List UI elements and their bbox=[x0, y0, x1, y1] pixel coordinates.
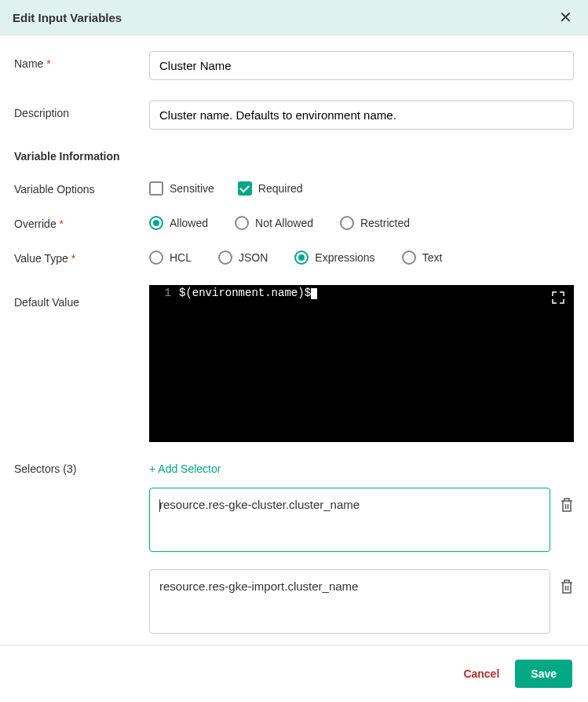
description-row: Description bbox=[14, 101, 574, 130]
radio-icon bbox=[235, 216, 249, 230]
override-label: Override * bbox=[14, 216, 149, 230]
selectors-row: Selectors (3) + Add Selector bbox=[14, 463, 574, 475]
code-content: $(environment.name)$ bbox=[176, 285, 531, 442]
selectors-list: resource.res-gke-cluster.cluster_name re… bbox=[149, 488, 574, 634]
radio-icon bbox=[149, 216, 163, 230]
override-not-allowed-radio[interactable]: Not Allowed bbox=[235, 216, 313, 230]
override-restricted-radio[interactable]: Restricted bbox=[340, 216, 410, 230]
radio-icon bbox=[402, 250, 416, 265]
selector-input[interactable]: resource.res-gke-cluster.cluster_name bbox=[149, 488, 550, 552]
modal-header: Edit Input Variables ✕ bbox=[0, 0, 588, 35]
sensitive-label: Sensitive bbox=[170, 182, 214, 195]
selectors-label: Selectors (3) bbox=[14, 463, 149, 475]
cursor-icon bbox=[311, 288, 317, 299]
line-number: 1 bbox=[149, 285, 176, 442]
selector-item: resource.res-gke-cluster.cluster_name bbox=[149, 488, 574, 552]
radio-icon bbox=[294, 250, 309, 265]
required-checkbox[interactable]: Required bbox=[238, 181, 303, 196]
name-label: Name * bbox=[14, 51, 149, 70]
required-label: Required bbox=[258, 182, 303, 195]
name-input[interactable] bbox=[149, 51, 574, 80]
name-row: Name * bbox=[14, 51, 574, 80]
variable-info-heading: Variable Information bbox=[14, 150, 574, 163]
modal-title: Edit Input Variables bbox=[13, 11, 122, 24]
close-icon[interactable]: ✕ bbox=[556, 9, 575, 25]
radio-icon bbox=[340, 216, 354, 230]
sensitive-checkbox[interactable]: Sensitive bbox=[149, 181, 214, 196]
trash-icon[interactable] bbox=[560, 579, 574, 594]
value-type-hcl-radio[interactable]: HCL bbox=[149, 250, 192, 265]
selector-item: resource.res-gke-import.cluster_name bbox=[149, 569, 574, 634]
description-input[interactable] bbox=[149, 101, 574, 130]
default-value-row: Default Value 1 $(environment.name)$ bbox=[14, 285, 574, 442]
variable-options-label: Variable Options bbox=[14, 181, 149, 196]
radio-icon bbox=[218, 250, 232, 265]
selector-input[interactable]: resource.res-gke-import.cluster_name bbox=[149, 569, 550, 634]
trash-icon[interactable] bbox=[560, 497, 574, 513]
override-allowed-radio[interactable]: Allowed bbox=[149, 216, 208, 230]
modal-footer: Cancel Save bbox=[0, 645, 588, 702]
checkbox-icon bbox=[149, 181, 163, 196]
radio-icon bbox=[149, 250, 163, 265]
checkbox-checked-icon bbox=[238, 181, 252, 196]
value-type-expressions-radio[interactable]: Expressions bbox=[294, 250, 374, 265]
description-label: Description bbox=[14, 101, 149, 119]
value-type-row: Value Type * HCL JSON Expressions Text bbox=[14, 250, 574, 265]
modal-body: Name * Description Variable Information … bbox=[0, 35, 588, 645]
value-type-json-radio[interactable]: JSON bbox=[218, 250, 268, 265]
expand-icon[interactable] bbox=[552, 291, 564, 304]
cancel-button[interactable]: Cancel bbox=[463, 667, 499, 680]
value-type-text-radio[interactable]: Text bbox=[402, 250, 443, 265]
variable-options-row: Variable Options Sensitive Required bbox=[14, 181, 574, 196]
save-button[interactable]: Save bbox=[515, 660, 572, 688]
code-editor[interactable]: 1 $(environment.name)$ bbox=[149, 285, 574, 442]
override-row: Override * Allowed Not Allowed Restricte… bbox=[14, 216, 574, 230]
add-selector-button[interactable]: + Add Selector bbox=[149, 463, 221, 475]
value-type-label: Value Type * bbox=[14, 250, 149, 265]
default-value-label: Default Value bbox=[14, 285, 149, 309]
